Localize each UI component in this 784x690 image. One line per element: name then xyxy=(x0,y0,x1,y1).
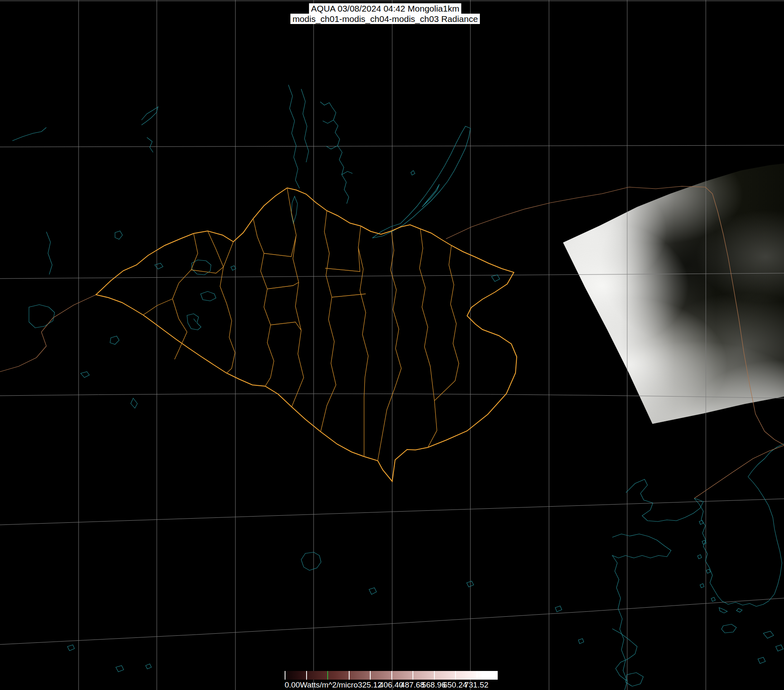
mongolia-border xyxy=(96,188,517,481)
colorbar xyxy=(285,671,498,680)
china-coast-south xyxy=(612,629,643,686)
border-russia-china-east xyxy=(446,186,784,445)
border-kazakh-west xyxy=(0,295,96,372)
china-coast-shandong xyxy=(612,534,671,690)
rivers-top-center xyxy=(288,85,309,188)
map-header: AQUA 03/08/2024 04:42 Mongolia1km modis_… xyxy=(290,3,480,24)
colorbar-green-tick xyxy=(327,671,328,680)
map-title: AQUA 03/08/2024 04:42 Mongolia1km xyxy=(309,3,461,14)
small-lakes-west xyxy=(81,231,236,408)
lake-buir-and-dots xyxy=(411,171,500,281)
lake-khovsgol xyxy=(291,196,297,224)
colorbar-tick xyxy=(477,671,477,680)
islands-southeast xyxy=(67,606,783,672)
korea-islands-west xyxy=(698,520,715,601)
korea-east-coast xyxy=(748,477,782,601)
lake-zaysan-area xyxy=(29,232,55,328)
coast-northeast xyxy=(748,444,784,477)
bratsk-reservoir xyxy=(320,102,352,204)
colorbar-tick xyxy=(391,671,392,680)
colorbar-tick xyxy=(455,671,456,680)
lake-ring-bottom-center xyxy=(301,552,474,594)
graticule-grid xyxy=(0,0,784,690)
satellite-map-viewport[interactable]: AQUA 03/08/2024 04:42 Mongolia1km modis_… xyxy=(0,0,784,690)
colorbar-tick xyxy=(412,671,413,680)
china-coast-bohai xyxy=(626,479,703,522)
map-subtitle: modis_ch01-modis_ch04-modis_ch03 Radianc… xyxy=(290,14,480,24)
colorbar-tick xyxy=(434,671,435,680)
map-canvas[interactable] xyxy=(0,0,784,690)
korea-west-coast xyxy=(694,498,722,601)
korea-south-coast xyxy=(719,601,769,613)
colorbar-tick xyxy=(285,671,285,680)
colorbar-tick xyxy=(349,671,350,680)
aimag-borders-east xyxy=(321,211,459,461)
jeju-island xyxy=(722,624,736,633)
lake-khar-us xyxy=(187,314,201,330)
border-yalu xyxy=(694,445,784,498)
rivers-top-left xyxy=(12,107,158,152)
lake-khyargas xyxy=(201,291,216,301)
colorbar-tick xyxy=(370,671,371,680)
aimag-borders-center xyxy=(253,188,304,407)
lake-baikal xyxy=(372,126,470,238)
colorbar-tick xyxy=(497,671,498,680)
colorbar-tick xyxy=(306,671,307,680)
